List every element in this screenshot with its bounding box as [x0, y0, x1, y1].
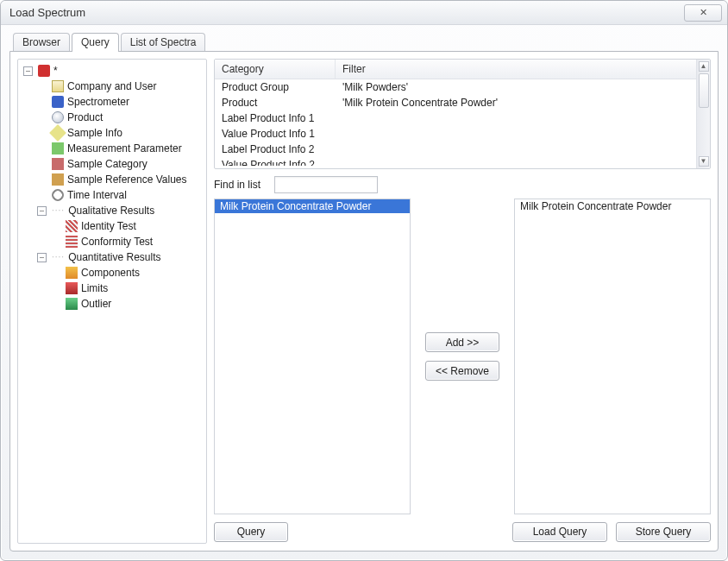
remove-button[interactable]: << Remove [425, 361, 499, 381]
window-title: Load Spectrum [9, 6, 85, 19]
tree-item-components[interactable]: Components [49, 265, 206, 280]
tree-item-time-interval[interactable]: Time Interval [35, 187, 206, 203]
tab-container: Browser Query List of Spectra – [9, 32, 719, 552]
collapse-icon[interactable]: – [23, 66, 33, 76]
tab-list-of-spectra[interactable]: List of Spectra [121, 33, 206, 52]
query-button[interactable]: Query [214, 522, 288, 542]
spectrometer-icon [52, 96, 64, 108]
available-list[interactable]: Milk Protein Concentrate Powder [214, 199, 411, 514]
measurement-icon [52, 142, 64, 154]
col-header-category[interactable]: Category [215, 60, 336, 79]
tab-query[interactable]: Query [72, 33, 119, 52]
components-icon [66, 267, 78, 279]
folder-icon [38, 65, 50, 77]
conformity-test-icon [66, 236, 78, 248]
add-button[interactable]: Add >> [425, 332, 499, 352]
bottom-right-buttons: Load Query Store Query [512, 522, 711, 542]
find-label: Find in list [214, 179, 260, 191]
load-query-button[interactable]: Load Query [512, 522, 607, 542]
company-icon [52, 80, 64, 92]
tabpanel-query: – * Company and User Spectrometer Produc… [9, 51, 719, 552]
mover-buttons: Add >> << Remove [417, 199, 507, 514]
filter-row[interactable]: Product'Milk Protein Concentrate Powder' [215, 95, 710, 110]
tree: – * Company and User Spectrometer Produc… [18, 63, 206, 312]
filter-row[interactable]: Product Group'Milk Powders' [215, 79, 710, 95]
filter-row[interactable]: Label Product Info 1 [215, 110, 710, 126]
outlier-icon [66, 298, 78, 310]
product-icon [52, 111, 64, 123]
list-item[interactable]: Milk Protein Concentrate Powder [515, 199, 710, 213]
tree-item-limits[interactable]: Limits [49, 280, 206, 296]
filter-body: Product Group'Milk Powders' Product'Milk… [215, 79, 710, 166]
tree-item-quantitative[interactable]: – ···· Quantitative Results [35, 249, 206, 265]
filter-row[interactable]: Value Product Info 2 [215, 157, 710, 166]
right-pane: Category Filter Product Group'Milk Powde… [214, 59, 711, 544]
tree-root[interactable]: – * [22, 63, 206, 79]
filter-row[interactable]: Label Product Info 2 [215, 142, 710, 157]
tab-browser[interactable]: Browser [13, 33, 70, 52]
tree-item-product[interactable]: Product [35, 110, 206, 125]
store-query-button[interactable]: Store Query [616, 522, 711, 542]
reference-values-icon [52, 173, 64, 186]
scrollbar[interactable]: ▲ ▼ [696, 60, 710, 168]
identity-test-icon [66, 220, 78, 232]
list-item[interactable]: Milk Protein Concentrate Powder [215, 199, 410, 213]
dots-icon: ···· [52, 203, 65, 218]
tree-item-sample-info[interactable]: Sample Info [35, 125, 206, 141]
tree-pane[interactable]: – * Company and User Spectrometer Produc… [17, 59, 207, 544]
tabstrip: Browser Query List of Spectra [9, 32, 719, 51]
tree-item-spectrometer[interactable]: Spectrometer [35, 94, 206, 110]
lists-area: Milk Protein Concentrate Powder Add >> <… [214, 199, 711, 514]
titlebar: Load Spectrum ✕ [1, 1, 727, 25]
collapse-icon[interactable]: – [37, 206, 47, 216]
filter-row[interactable]: Value Product Info 1 [215, 126, 710, 142]
tree-item-sample-ref-values[interactable]: Sample Reference Values [35, 172, 206, 187]
clock-icon [52, 189, 64, 201]
scroll-down-icon[interactable]: ▼ [699, 156, 709, 167]
tree-item-company-user[interactable]: Company and User [35, 79, 206, 94]
client-area: Browser Query List of Spectra – [9, 32, 719, 552]
scroll-up-icon[interactable]: ▲ [699, 61, 709, 72]
tree-item-sample-category[interactable]: Sample Category [35, 156, 206, 172]
find-row: Find in list [214, 176, 711, 193]
filter-table[interactable]: Category Filter Product Group'Milk Powde… [214, 59, 711, 169]
tree-item-outlier[interactable]: Outlier [49, 296, 206, 312]
close-icon: ✕ [700, 7, 707, 18]
scroll-thumb[interactable] [699, 73, 709, 108]
close-button[interactable]: ✕ [684, 4, 722, 22]
limits-icon [66, 282, 78, 294]
find-input[interactable] [274, 176, 378, 193]
split-layout: – * Company and User Spectrometer Produc… [10, 52, 718, 551]
sample-info-icon [49, 124, 66, 142]
collapse-icon[interactable]: – [37, 253, 47, 262]
col-header-filter[interactable]: Filter [336, 60, 710, 79]
filter-header-row: Category Filter [215, 60, 710, 79]
tree-item-identity-test[interactable]: Identity Test [49, 218, 206, 234]
tree-item-qualitative[interactable]: – ···· Qualitative Results [35, 203, 206, 218]
selected-list[interactable]: Milk Protein Concentrate Powder [514, 199, 711, 514]
tree-item-conformity-test[interactable]: Conformity Test [49, 234, 206, 249]
tree-root-label: * [53, 63, 58, 79]
tree-item-measurement-param[interactable]: Measurement Parameter [35, 141, 206, 156]
sample-category-icon [52, 158, 64, 170]
bottom-bar: Query Load Query Store Query [214, 520, 711, 544]
dialog-load-spectrum: Load Spectrum ✕ Browser Query List of Sp… [0, 0, 728, 561]
dots-icon: ···· [52, 249, 65, 265]
